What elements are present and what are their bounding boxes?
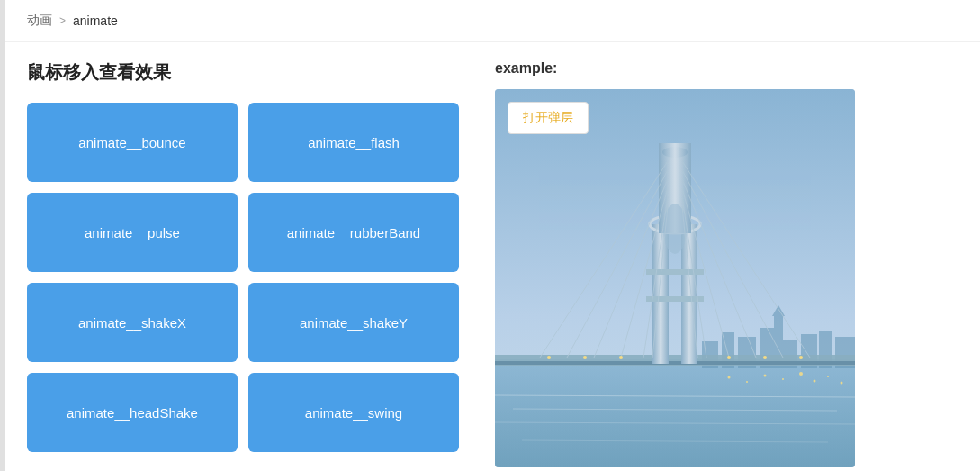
anim-btn-swing[interactable]: animate__swing — [248, 373, 459, 452]
svg-rect-24 — [646, 269, 704, 275]
anim-btn-pulse[interactable]: animate__pulse — [27, 193, 238, 272]
anim-btn-flash[interactable]: animate__flash — [248, 103, 459, 182]
anim-btn-shakeY[interactable]: animate__shakeY — [248, 283, 459, 362]
bridge-svg — [495, 89, 855, 467]
anim-btn-shakeX[interactable]: animate__shakeX — [27, 283, 238, 362]
anim-btn-headShake[interactable]: animate__headShake — [27, 373, 238, 452]
anim-btn-rubberBand[interactable]: animate__rubberBand — [248, 193, 459, 272]
svg-point-45 — [841, 382, 843, 385]
svg-point-39 — [746, 381, 748, 383]
open-popup-button[interactable]: 打开弹层 — [508, 102, 589, 134]
svg-point-43 — [814, 380, 816, 383]
example-label: example: — [495, 60, 953, 77]
svg-rect-25 — [646, 296, 704, 302]
svg-point-46 — [547, 356, 551, 359]
svg-rect-17 — [495, 361, 855, 365]
breadcrumb-parent[interactable]: 动画 — [27, 13, 52, 29]
svg-point-42 — [799, 372, 803, 376]
breadcrumb-separator: > — [59, 14, 66, 27]
svg-point-49 — [727, 356, 731, 359]
svg-point-22 — [663, 204, 687, 254]
svg-point-51 — [799, 356, 803, 359]
breadcrumb: 动画 > animate — [0, 0, 980, 42]
svg-point-44 — [827, 376, 829, 377]
svg-point-38 — [728, 376, 731, 379]
example-image-container: 打开弹层 — [495, 89, 855, 467]
svg-point-40 — [764, 375, 767, 377]
breadcrumb-current: animate — [73, 14, 118, 28]
right-panel: example: 打开弹层 — [495, 60, 953, 467]
svg-point-50 — [763, 356, 767, 359]
sidebar-indicator — [0, 0, 5, 471]
svg-point-23 — [662, 147, 688, 158]
svg-point-47 — [583, 356, 587, 359]
anim-btn-bounce[interactable]: animate__bounce — [27, 103, 238, 182]
svg-point-48 — [619, 356, 623, 359]
left-panel: 鼠标移入查看效果 animate__bounceanimate__flashan… — [27, 60, 459, 467]
section-title: 鼠标移入查看效果 — [27, 60, 459, 85]
animation-grid: animate__bounceanimate__flashanimate__pu… — [27, 103, 459, 452]
svg-point-41 — [782, 378, 784, 380]
